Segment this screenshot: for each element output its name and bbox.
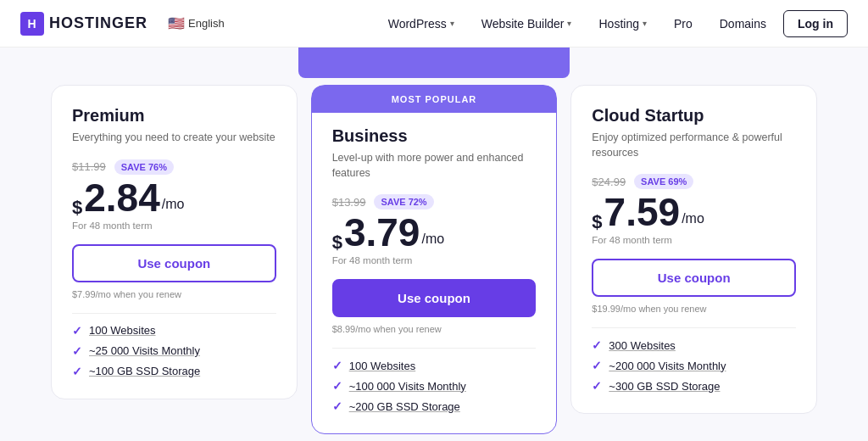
nav-item-wordpress[interactable]: WordPress ▾: [378, 10, 465, 37]
price-term-premium: For 48 month term: [72, 220, 276, 231]
plan-card-premium: Premium Everything you need to create yo…: [51, 85, 298, 399]
feature-text[interactable]: ~200 000 Visits Monthly: [609, 360, 726, 372]
price-main-cloud-startup: $ 7.59 /mo: [592, 193, 796, 232]
coupon-button-cloud-startup[interactable]: Use coupon: [592, 259, 796, 297]
nav-item-domains[interactable]: Domains: [709, 10, 776, 37]
logo-icon: H: [20, 12, 44, 36]
nav-item-website-builder[interactable]: Website Builder ▾: [471, 10, 582, 37]
check-icon: ✓: [592, 379, 602, 393]
price-dollar-premium: $: [72, 198, 82, 217]
feature-item: ✓ ~200 GB SSD Storage: [332, 399, 537, 413]
price-period-premium: /mo: [162, 197, 185, 212]
chevron-down-icon: ▾: [450, 19, 454, 28]
price-dollar-business: $: [332, 233, 342, 252]
price-main-premium: $ 2.84 /mo: [72, 178, 276, 217]
feature-item: ✓ ~100 GB SSD Storage: [72, 365, 276, 378]
site-logo[interactable]: H HOSTINGER: [20, 12, 147, 36]
feature-text[interactable]: 300 Websites: [609, 339, 676, 352]
feature-list-cloud-startup: ✓ 300 Websites ✓ ~200 000 Visits Monthly…: [592, 338, 796, 393]
plan-desc-business: Level-up with more power and enhanced fe…: [332, 151, 537, 181]
price-term-business: For 48 month term: [332, 255, 537, 265]
divider-business: [332, 348, 537, 349]
original-price-cloud-startup: $24.99: [592, 176, 626, 188]
renew-note-business: $8.99/mo when you renew: [332, 324, 537, 334]
nav-label-website-builder: Website Builder: [481, 17, 565, 31]
plan-desc-premium: Everything you need to create your websi…: [72, 131, 276, 146]
coupon-button-business[interactable]: Use coupon: [332, 279, 537, 317]
renew-note-premium: $7.99/mo when you renew: [72, 289, 276, 299]
plan-desc-cloud-startup: Enjoy optimized performance & powerful r…: [592, 131, 796, 160]
language-label: English: [188, 17, 225, 30]
save-badge-cloud-startup: SAVE 69%: [634, 174, 693, 189]
check-icon: ✓: [592, 338, 602, 352]
price-amount-premium: 2.84: [84, 178, 160, 217]
nav-label-domains: Domains: [720, 17, 766, 31]
plan-card-business: MOST POPULAR Business Level-up with more…: [311, 85, 558, 434]
feature-item: ✓ ~100 000 Visits Monthly: [332, 379, 537, 393]
nav-label-pro: Pro: [674, 17, 693, 31]
original-price-premium: $11.99: [72, 160, 106, 173]
feature-item: ✓ 100 Websites: [332, 359, 537, 372]
feature-text[interactable]: ~100 000 Visits Monthly: [349, 380, 466, 393]
blue-strip-banner: [298, 47, 570, 78]
check-icon: ✓: [72, 344, 82, 358]
feature-list-business: ✓ 100 Websites ✓ ~100 000 Visits Monthly…: [332, 359, 537, 413]
feature-text[interactable]: ~300 GB SSD Storage: [609, 380, 720, 393]
price-period-business: /mo: [421, 232, 444, 247]
navbar: H HOSTINGER 🇺🇸 English WordPress ▾ Websi…: [0, 0, 868, 47]
feature-item: ✓ 100 Websites: [72, 324, 276, 338]
price-amount-business: 3.79: [344, 213, 420, 252]
nav-label-wordpress: WordPress: [388, 17, 447, 31]
save-badge-premium: SAVE 76%: [114, 159, 174, 175]
feature-item: ✓ ~300 GB SSD Storage: [592, 379, 796, 393]
nav-label-hosting: Hosting: [598, 17, 638, 31]
save-badge-business: SAVE 72%: [374, 194, 433, 209]
price-row-cloud-startup: $24.99 SAVE 69%: [592, 174, 796, 189]
plan-name-business: Business: [332, 126, 537, 146]
price-row-business: $13.99 SAVE 72%: [332, 194, 537, 209]
chevron-down-icon: ▾: [643, 19, 647, 28]
feature-text[interactable]: 100 Websites: [89, 324, 156, 337]
pricing-section: Premium Everything you need to create yo…: [0, 85, 868, 441]
plan-name-cloud-startup: Cloud Startup: [592, 106, 796, 126]
plan-name-premium: Premium: [72, 106, 276, 126]
price-term-cloud-startup: For 48 month term: [592, 235, 796, 245]
language-selector[interactable]: 🇺🇸 English: [168, 15, 225, 31]
check-icon: ✓: [72, 324, 82, 338]
price-dollar-cloud-startup: $: [592, 213, 602, 232]
feature-text[interactable]: 100 Websites: [349, 360, 416, 372]
price-row-premium: $11.99 SAVE 76%: [72, 159, 276, 175]
feature-text[interactable]: ~100 GB SSD Storage: [89, 365, 200, 377]
logo-text: HOSTINGER: [49, 14, 147, 32]
check-icon: ✓: [72, 365, 82, 378]
chevron-down-icon: ▾: [567, 19, 571, 28]
popular-badge: MOST POPULAR: [312, 86, 557, 113]
feature-item: ✓ ~25 000 Visits Monthly: [72, 344, 276, 358]
price-period-cloud-startup: /mo: [682, 211, 704, 226]
flag-icon: 🇺🇸: [168, 15, 185, 31]
nav-item-hosting[interactable]: Hosting ▾: [588, 10, 656, 37]
nav-links: WordPress ▾ Website Builder ▾ Hosting ▾ …: [378, 10, 848, 37]
login-button[interactable]: Log in: [783, 10, 848, 37]
plan-card-cloud-startup: Cloud Startup Enjoy optimized performanc…: [570, 85, 817, 414]
feature-text[interactable]: ~25 000 Visits Monthly: [89, 344, 200, 357]
feature-list-premium: ✓ 100 Websites ✓ ~25 000 Visits Monthly …: [72, 324, 276, 378]
price-amount-cloud-startup: 7.59: [604, 193, 681, 232]
feature-item: ✓ ~200 000 Visits Monthly: [592, 359, 796, 372]
feature-text[interactable]: ~200 GB SSD Storage: [349, 400, 460, 413]
price-main-business: $ 3.79 /mo: [332, 213, 537, 252]
check-icon: ✓: [332, 359, 342, 372]
original-price-business: $13.99: [332, 196, 366, 209]
divider-cloud-startup: [592, 327, 796, 328]
feature-item: ✓ 300 Websites: [592, 338, 796, 352]
divider-premium: [72, 313, 276, 314]
check-icon: ✓: [332, 379, 342, 393]
renew-note-cloud-startup: $19.99/mo when you renew: [592, 304, 796, 314]
coupon-button-premium[interactable]: Use coupon: [72, 244, 276, 282]
check-icon: ✓: [332, 399, 342, 413]
check-icon: ✓: [592, 359, 602, 372]
nav-item-pro[interactable]: Pro: [664, 10, 703, 37]
